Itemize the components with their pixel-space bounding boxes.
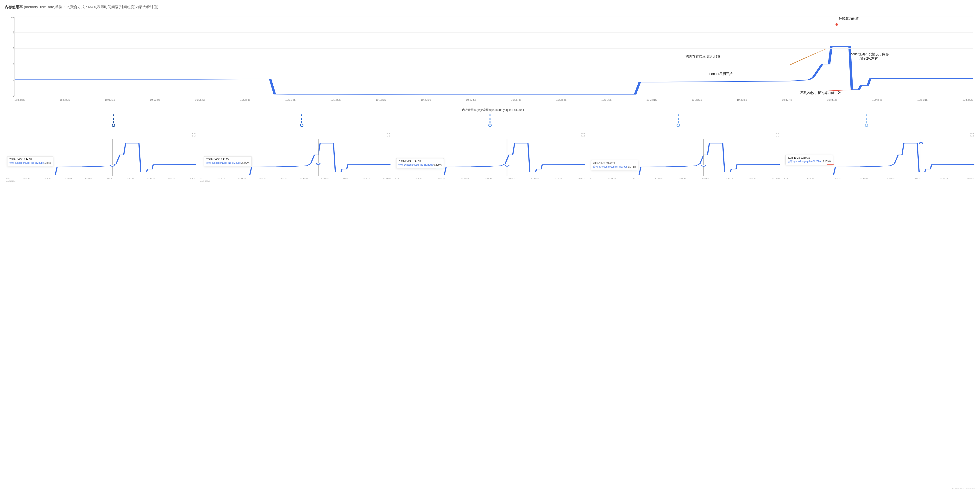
svg-point-1 (110, 165, 114, 166)
tooltip: 2023-10-29 19:47:10 读写 cynosdbmysql-ins-… (396, 158, 444, 168)
expand-icon[interactable] (971, 5, 975, 10)
svg-point-7 (702, 165, 705, 166)
y-tick: 6 (13, 47, 14, 50)
main-chart[interactable]: 0246810升级算力配置把内存直接压测到近7%Locust压测不变情况，内存缩… (5, 14, 975, 105)
x-tick: 19:25:45 (511, 98, 521, 101)
small-x-ticks: 9:3519:31:2519:34:1519:37:0519:39:5519:4… (200, 177, 390, 179)
small-x-ticks: :2519:34:1519:37:0519:39:5519:42:4519:45… (590, 177, 780, 179)
legend: 内存使用率(%)#读写#cynosdbmysql-ins-8ll239ul (5, 108, 975, 112)
markers-row (5, 112, 975, 132)
expand-icon[interactable] (387, 134, 390, 137)
x-tick: 19:03:05 (150, 98, 160, 101)
main-line-svg (15, 17, 973, 96)
tooltip-series: 读写 cynosdbmysql-ins-8ll239ul: (398, 164, 433, 166)
svg-point-3 (317, 163, 320, 164)
annotation: 把内存直接压测到近7% (686, 54, 721, 59)
expand-icon[interactable] (192, 134, 196, 137)
x-tick: 19:05:55 (195, 98, 205, 101)
small-x-ticks: 8:3519:31:2519:34:1519:37:0519:39:5519:4… (6, 177, 196, 179)
small-x-ticks: 1:2519:34:1519:37:0519:39:5519:42:4519:4… (395, 177, 585, 179)
small-chart[interactable]: 2023-10-29 19:45:15 读写 cynosdbmysql-ins-… (199, 132, 391, 180)
expand-icon[interactable] (581, 134, 584, 137)
small-chart[interactable]: 2023-10-29 19:44:10 读写 cynosdbmysql-ins-… (5, 132, 197, 180)
x-tick: 19:17:15 (375, 98, 386, 101)
legend-swatch (456, 110, 460, 110)
annotation: Locust压测开始 (709, 72, 733, 76)
x-tick: 19:39:55 (737, 98, 747, 101)
plot-area: 0246810升级算力配置把内存直接压测到近7%Locust压测不变情况，内存缩… (14, 17, 973, 96)
tooltip: 2023-10-29 19:47:20 读写 cynosdbmysql-ins-… (591, 160, 639, 170)
x-tick: 19:51:15 (917, 98, 928, 101)
title-main: 内存使用率 (5, 5, 23, 9)
tooltip-series: 读写 cynosdbmysql-ins-8ll239ul: (788, 160, 822, 163)
marker (865, 115, 868, 127)
annotation: Locust压测不变情况，内存缩至2%左右 (848, 52, 889, 61)
x-tick: 19:08:45 (240, 98, 251, 101)
tooltip: 2023-10-29 19:50:10 读写 cynosdbmysql-ins-… (786, 155, 833, 165)
tooltip-value: 2.169% (822, 160, 831, 163)
x-tick: 19:22:55 (466, 98, 476, 101)
tooltip: 2023-10-29 19:45:15 读写 cynosdbmysql-ins-… (204, 156, 252, 166)
y-tick: 0 (13, 94, 14, 97)
tooltip-series: 读写 cynosdbmysql-ins-8ll239ul: (206, 162, 241, 164)
annotation-dot (835, 23, 838, 26)
y-tick: 2 (13, 78, 14, 81)
y-tick: 10 (11, 15, 14, 18)
x-tick: 19:42:45 (782, 98, 792, 101)
y-tick: 8 (13, 31, 14, 34)
title-sub: (memory_use_rate,单位：%,聚合方式：MAX,表示时间间隔(时间… (24, 5, 158, 9)
tooltip-time: 2023-10-29 19:44:10 (10, 158, 51, 161)
small-chart[interactable]: 2023-10-29 19:47:20 读写 cynosdbmysql-ins-… (589, 132, 781, 180)
x-tick: 19:34:15 (646, 98, 657, 101)
x-tick: 19:00:15 (105, 98, 115, 101)
x-tick: 19:14:25 (330, 98, 341, 101)
marker (300, 115, 304, 127)
small-chart[interactable]: 2023-10-29 19:50:10 读写 cynosdbmysql-ins-… (783, 132, 975, 180)
small-legend: ins-8ll239ul (6, 180, 15, 182)
marker (112, 115, 115, 127)
tooltip-time: 2023-10-29 19:50:10 (788, 156, 831, 159)
x-tick: 19:20:05 (421, 98, 431, 101)
tooltip-value: 2.372% (242, 162, 250, 164)
tooltip: 2023-10-29 19:44:10 读写 cynosdbmysql-ins-… (7, 156, 53, 166)
annotation: 升级算力配置 (838, 17, 859, 21)
x-tick: 19:31:25 (601, 98, 612, 101)
expand-icon[interactable] (776, 134, 779, 137)
x-tick: 19:37:05 (692, 98, 702, 101)
x-tick: 18:57:25 (60, 98, 70, 101)
tooltip-series: 读写 cynosdbmysql-ins-8ll239ul: (10, 162, 44, 164)
tooltip-value: 1.84% (45, 162, 51, 164)
svg-point-9 (919, 143, 923, 144)
legend-text: 内存使用率(%)#读写#cynosdbmysql-ins-8ll239ul (462, 108, 524, 111)
tooltip-time: 2023-10-29 19:47:20 (593, 162, 636, 164)
marker (676, 115, 680, 127)
x-tick: 19:11:35 (285, 98, 296, 101)
x-tick: 19:54:05 (963, 98, 973, 101)
tooltip-series: 读写 cynosdbmysql-ins-8ll239ul: (593, 166, 627, 168)
expand-icon[interactable] (970, 134, 974, 137)
small-charts-row: 2023-10-29 19:44:10 读写 cynosdbmysql-ins-… (5, 132, 975, 180)
header: 内存使用率 (memory_use_rate,单位：%,聚合方式：MAX,表示时… (5, 5, 975, 10)
tooltip-time: 2023-10-29 19:47:10 (398, 160, 442, 162)
x-tick: 19:28:35 (556, 98, 566, 101)
small-x-ticks: 4:1519:37:0519:39:5519:42:4519:45:3519:4… (784, 177, 974, 179)
x-tick: 19:48:25 (872, 98, 883, 101)
small-chart[interactable]: 2023-10-29 19:47:10 读写 cynosdbmysql-ins-… (394, 132, 586, 180)
x-axis-ticks: 18:54:3518:57:2519:00:1519:03:0519:05:55… (14, 98, 973, 101)
svg-point-5 (505, 165, 509, 166)
x-tick: 19:45:35 (827, 98, 837, 101)
marker (488, 115, 492, 127)
chart-title: 内存使用率 (memory_use_rate,单位：%,聚合方式：MAX,表示时… (5, 5, 158, 10)
tooltip-time: 2023-10-29 19:45:15 (206, 158, 250, 161)
tooltip-value: 6.209% (433, 164, 442, 166)
small-legend: ns-8ll239ul (200, 180, 210, 182)
tooltip-value: 0.776% (628, 166, 636, 168)
y-tick: 4 (13, 62, 14, 65)
x-tick: 18:54:35 (14, 98, 25, 101)
annotation: 不到20秒，新的算力就生效 (800, 91, 841, 95)
